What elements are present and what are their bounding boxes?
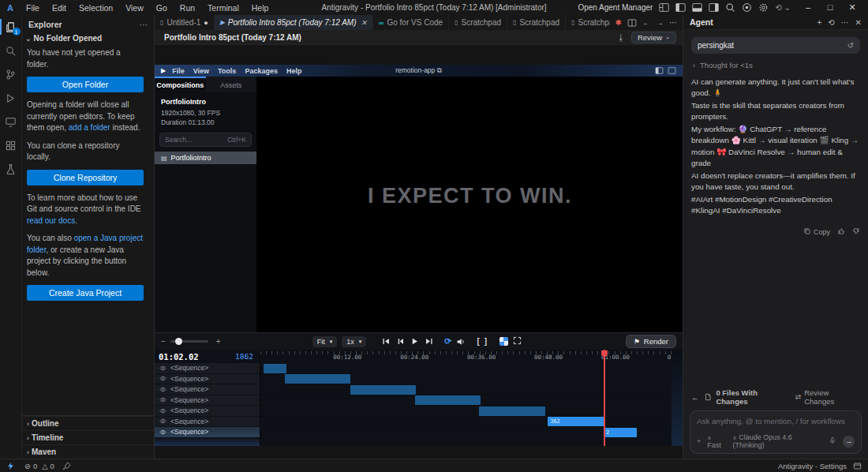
remote-indicator-icon[interactable] <box>0 459 21 472</box>
review-button[interactable]: Review⌄ <box>631 32 676 43</box>
timeline-track[interactable] <box>260 406 672 417</box>
timeline-track[interactable]: 362 <box>260 417 672 428</box>
sequence-row[interactable]: <Sequence> <box>155 417 260 428</box>
retry-icon[interactable]: ↺ <box>847 41 854 50</box>
activity-search-icon[interactable] <box>0 40 22 61</box>
section-maven[interactable]: ›Maven <box>22 444 154 459</box>
close-button[interactable]: ✕ <box>841 2 863 13</box>
agent-input-box[interactable]: Ask anything, @ to mention, / for workfl… <box>690 410 862 454</box>
zoom-in-button[interactable]: + <box>216 337 221 346</box>
menu-edit[interactable]: Edit <box>47 2 72 13</box>
editor-tab[interactable]: ∞Go for VS Code <box>373 15 449 30</box>
settings-gear-icon[interactable] <box>758 2 769 13</box>
add-context-icon[interactable]: + <box>697 437 701 445</box>
status-panel-icon[interactable] <box>853 462 862 470</box>
out-point-button[interactable]: ] <box>485 337 487 346</box>
search-icon[interactable] <box>725 2 735 13</box>
back-arrow-icon[interactable]: ← <box>691 393 699 402</box>
skip-to-start-button[interactable] <box>382 337 391 346</box>
problems-indicator[interactable]: ⊘0 △0 <box>21 462 58 470</box>
render-button[interactable]: ⚑Render <box>626 335 676 348</box>
video-preview-canvas[interactable]: I EXPECT TO WIN. <box>257 77 683 332</box>
activity-explorer-icon[interactable]: 1 <box>0 17 22 37</box>
timeline-clip[interactable] <box>285 374 350 384</box>
timeline-track[interactable] <box>260 395 672 406</box>
fit-dropdown[interactable]: Fit▾ <box>312 336 338 347</box>
extension-flower-icon[interactable]: ✱ <box>615 18 622 27</box>
microphone-icon[interactable] <box>829 436 836 446</box>
timeline-clip[interactable] <box>264 364 286 373</box>
launch-icon[interactable] <box>58 462 75 470</box>
eye-icon[interactable] <box>159 386 166 393</box>
eye-icon[interactable] <box>159 429 166 436</box>
remotion-menu-file[interactable]: File <box>172 67 185 75</box>
navigate-back-icon[interactable]: ← <box>642 18 650 27</box>
activity-run-debug-icon[interactable] <box>0 88 22 108</box>
eye-icon[interactable] <box>159 407 166 414</box>
remotion-menu-tools[interactable]: Tools <box>218 67 236 75</box>
thumbs-down-icon[interactable] <box>852 227 860 236</box>
sequence-row[interactable]: <Sequence> <box>155 395 260 406</box>
eye-icon[interactable] <box>159 418 166 425</box>
timeline-clip[interactable]: 362 <box>548 417 604 426</box>
editor-tab[interactable]: ▯Scratchpad <box>449 15 507 30</box>
composition-list-item[interactable]: ▤ PortfolioIntro <box>155 152 256 164</box>
editor-tab[interactable]: ▯Scratchpad <box>507 15 566 30</box>
compositions-search-input[interactable]: Search... Ctrl+K <box>159 133 252 147</box>
menu-help[interactable]: Help <box>246 2 275 13</box>
tab-assets[interactable]: Assets <box>206 77 257 92</box>
eye-icon[interactable] <box>159 365 166 372</box>
account-icon[interactable] <box>742 2 752 13</box>
editor-tab[interactable]: ▯Scratchpad <box>566 15 610 30</box>
speed-dropdown[interactable]: 1x▾ <box>342 336 366 347</box>
create-java-project-button[interactable]: Create Java Project <box>27 285 144 301</box>
modified-dot-icon[interactable]: ● <box>204 19 208 27</box>
eye-icon[interactable] <box>159 396 166 403</box>
copy-button[interactable]: Copy <box>803 227 830 236</box>
send-button[interactable]: → <box>843 436 855 448</box>
activity-source-control-icon[interactable] <box>0 64 22 84</box>
restore-layout-dropdown[interactable]: ⟲ ⌄ <box>775 3 791 12</box>
toggle-sidebar-icon[interactable] <box>675 2 686 13</box>
in-point-button[interactable]: [ <box>477 337 479 346</box>
timeline-track[interactable] <box>260 374 672 385</box>
timeline-clip[interactable] <box>479 406 545 416</box>
play-button[interactable] <box>410 337 419 346</box>
maximize-button[interactable]: □ <box>819 2 841 13</box>
menu-run[interactable]: Run <box>174 2 200 13</box>
loop-toggle[interactable]: ⟳ <box>444 336 451 347</box>
timeline-tracks[interactable]: 00:12.0000:24.0000:36.0000:48.0001:00.00… <box>260 350 672 446</box>
previous-frame-button[interactable] <box>396 337 405 346</box>
more-actions-icon[interactable]: ⋯ <box>669 18 677 27</box>
open-folder-button[interactable]: Open Folder <box>27 77 144 92</box>
section-timeline[interactable]: ›Timeline <box>22 430 154 444</box>
activity-extensions-icon[interactable] <box>0 135 22 155</box>
sequence-row[interactable]: <Sequence> <box>155 406 260 417</box>
timeline-clip[interactable] <box>350 385 416 395</box>
timeline-track[interactable]: 2 <box>260 427 672 438</box>
minimize-button[interactable]: – <box>797 2 819 13</box>
add-a-folder-link[interactable]: add a folder <box>69 123 110 132</box>
menu-selection[interactable]: Selection <box>73 2 118 13</box>
history-icon[interactable]: ⟲ <box>828 18 834 27</box>
remotion-right-panel-icon[interactable] <box>668 66 676 75</box>
open-agent-manager-button[interactable]: Open Agent Manager <box>578 3 653 12</box>
editor-tab[interactable]: ▶Portfolio Intro 85pct (Today 7:12 AM)✕ <box>215 15 373 30</box>
menu-view[interactable]: View <box>120 2 149 13</box>
toggle-panel-icon[interactable] <box>692 2 702 13</box>
activity-testing-icon[interactable] <box>0 159 22 179</box>
sequence-row[interactable]: <Sequence> <box>155 363 260 374</box>
timeline-track[interactable] <box>260 363 672 374</box>
mode-selector[interactable]: ∧ Fast <box>707 433 726 449</box>
editor-tab[interactable]: ▯Untitled-1● <box>155 15 215 30</box>
remotion-menu-packages[interactable]: Packages <box>245 67 278 75</box>
menu-file[interactable]: File <box>21 2 45 13</box>
sequence-row[interactable]: <Sequence> <box>155 384 260 395</box>
download-icon[interactable]: ⭳ <box>617 33 625 42</box>
transparency-toggle[interactable] <box>499 337 508 346</box>
timeline-ruler[interactable]: 00:12.0000:24.0000:36.0000:48.0001:00.00… <box>260 350 672 363</box>
sequence-row[interactable]: <Sequence> <box>155 427 260 438</box>
user-message-bubble[interactable]: persingkat ↺ <box>691 37 860 54</box>
customize-layout-icon[interactable] <box>659 2 669 13</box>
volume-icon[interactable] <box>456 337 466 347</box>
